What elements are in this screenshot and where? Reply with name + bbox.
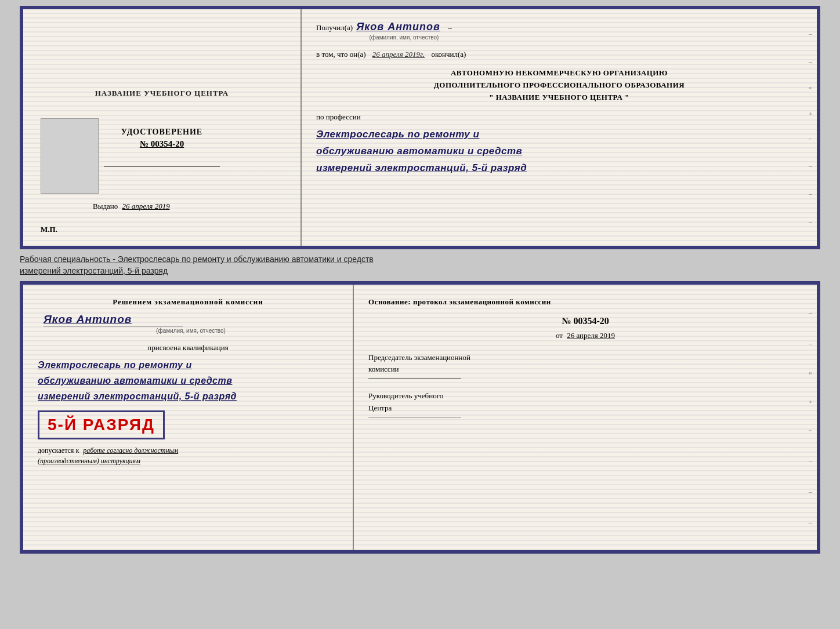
resheniem-text: Решением экзаменационной комиссии (38, 296, 338, 308)
org-line2: ДОПОЛНИТЕЛЬНОГО ПРОФЕССИОНАЛЬНОГО ОБРАЗО… (316, 79, 802, 92)
tick1: – (809, 30, 812, 37)
bottom-diploma: Решением экзаменационной комиссии Яков А… (20, 281, 820, 554)
btick5: ← (808, 428, 813, 433)
bottom-right-panel: Основание: протокол экзаменационной коми… (354, 285, 817, 550)
profession-text: Электрослесарь по ремонту и обслуживанию… (316, 126, 802, 177)
dopuskaetsya-text2: (производственным) инструкциям (38, 457, 140, 465)
btick7: – (809, 488, 812, 495)
profession-line1: Электрослесарь по ремонту и (316, 126, 802, 143)
btick3: и (809, 371, 812, 376)
org-line1: АВТОНОМНУЮ НЕКОММЕРЧЕСКУЮ ОРГАНИЗАЦИЮ (316, 67, 802, 79)
tick3: и (809, 86, 812, 90)
mp-label: М.П. (41, 225, 57, 234)
osnovanie-text: Основание: протокол экзаменационной коми… (368, 296, 802, 308)
qual-line2: обслуживанию автоматики и средств (38, 373, 338, 388)
bottom-left-panel: Решением экзаменационной комиссии Яков А… (23, 285, 354, 550)
bottom-side-ticks: – – и а ← – – – (805, 285, 816, 550)
vydano-date: 26 апреля 2019 (122, 202, 170, 210)
rukovoditel-label: Руководитель учебного Центра (368, 390, 802, 415)
tick5: ← (808, 137, 813, 141)
vtom-date: 26 апреля 2019г. (372, 50, 425, 59)
btick4: а (809, 399, 812, 404)
okončil-label: окончил(а) (431, 50, 466, 59)
divider-line (104, 166, 220, 167)
protocol-number: № 00354-20 (368, 316, 802, 326)
razryad-badge: 5-й разряд (38, 410, 165, 439)
vtom-prefix: в том, что он(а) (316, 50, 366, 59)
profession-line3: измерений электростанций, 5-й разряд (316, 160, 802, 177)
predsedatel-sig-line (368, 378, 461, 379)
side-ticks-right: – – и а ← – – – (805, 9, 816, 246)
vydano-block: Выдано 26 апреля 2019 (93, 202, 170, 211)
fio-hint: (фамилия, имя, отчество) (356, 34, 452, 41)
predsedatel-label: Председатель экзаменационной комиссии (368, 352, 802, 376)
diploma-left-panel: НАЗВАНИЕ УЧЕБНОГО ЦЕНТРА УДОСТОВЕРЕНИЕ №… (23, 9, 302, 246)
po-professii: по профессии (316, 112, 802, 122)
vtom-row: в том, что он(а) 26 апреля 2019г. окончи… (316, 50, 802, 59)
rukovoditel-sig-line (368, 417, 461, 417)
udostoverenie-label: УДОСТОВЕРЕНИЕ (121, 128, 202, 137)
tick4: а (809, 111, 812, 116)
udostoverenie-block: УДОСТОВЕРЕНИЕ № 00354-20 (121, 128, 202, 149)
btick8: – (809, 519, 812, 526)
vydano-prefix: Выдано (93, 202, 118, 210)
photo-placeholder (41, 118, 99, 194)
tick6: – (809, 162, 812, 169)
qual-line1: Электрослесарь по ремонту и (38, 357, 338, 373)
specialty-line2: измерений электростанций, 5-й разряд (20, 266, 168, 275)
qual-line3: измерений электростанций, 5-й разряд (38, 388, 338, 404)
bottom-fio-hint: (фамилия, имя, отчество) (44, 328, 338, 334)
btick6: – (809, 457, 812, 464)
recipient-name: Яков Антипов (356, 21, 440, 32)
btick1: – (809, 309, 812, 316)
dopuskaetsya-text: работе согласно должностным (83, 446, 178, 455)
tick8: – (809, 218, 812, 225)
ot-prefix: от (556, 331, 563, 340)
btick2: – (809, 340, 812, 347)
profession-line2: обслуживанию автоматики и средств (316, 143, 802, 160)
prisvoena-text: присвоена квалификация (38, 343, 338, 352)
poluchil-row: Получил(а) Яков Антипов – (фамилия, имя,… (316, 21, 802, 41)
dopuskaetsya-block: допускается к работе согласно должностны… (38, 445, 338, 466)
bottom-person-name: Яков Антипов (44, 313, 338, 326)
qualification-text: Электрослесарь по ремонту и обслуживанию… (38, 357, 338, 405)
org-block: АВТОНОМНУЮ НЕКОММЕРЧЕСКУЮ ОРГАНИЗАЦИЮ ДО… (316, 67, 802, 103)
specialty-line1: Рабочая специальность - Электрослесарь п… (20, 254, 374, 264)
tick7: – (809, 190, 812, 197)
ot-date: 26 апреля 2019 (567, 331, 615, 340)
fio-underline (44, 326, 183, 326)
udostoverenie-number: № 00354-20 (121, 139, 202, 149)
dash-separator: – (448, 23, 452, 32)
top-diploma: НАЗВАНИЕ УЧЕБНОГО ЦЕНТРА УДОСТОВЕРЕНИЕ №… (20, 6, 820, 249)
predsedatel-block: Председатель экзаменационной комиссии (368, 352, 802, 379)
ot-date-row: от 26 апреля 2019 (368, 331, 802, 340)
org-name: " НАЗВАНИЕ УЧЕБНОГО ЦЕНТРА " (316, 92, 802, 104)
diploma-center-title: НАЗВАНИЕ УЧЕБНОГО ЦЕНТРА (95, 88, 229, 99)
specialty-text: Рабочая специальность - Электрослесарь п… (20, 254, 820, 277)
dopuskaetsya-prefix: допускается к (38, 446, 79, 455)
poluchil-prefix: Получил(а) (316, 23, 353, 32)
tick2: – (809, 58, 812, 65)
rukovoditel-block: Руководитель учебного Центра (368, 390, 802, 417)
diploma-right-panel: Получил(а) Яков Антипов – (фамилия, имя,… (302, 9, 817, 246)
